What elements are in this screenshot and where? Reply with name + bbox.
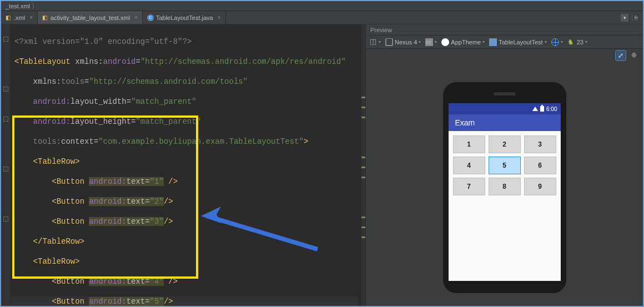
close-icon[interactable]: ×: [134, 14, 138, 21]
theme-icon: [441, 38, 449, 46]
grid-button-5[interactable]: 5: [489, 157, 521, 174]
app-bar: Exam: [449, 114, 561, 131]
preview-toolbar: ◫▾ Nexus 4▾ ▭▾ AppTheme▾ TableLayoutTest…: [366, 36, 643, 49]
button-grid: 1 2 3 4 5 6 7 8 9: [449, 131, 561, 200]
grid-button-9[interactable]: 9: [524, 178, 556, 195]
api-level-selector[interactable]: ♞23▾: [567, 38, 587, 46]
breadcrumb-text: _test.xml 〉: [6, 3, 38, 9]
grid-button-2[interactable]: 2: [489, 135, 521, 153]
status-bar: 6:00: [449, 103, 561, 114]
theme-selector[interactable]: AppTheme▾: [441, 38, 485, 46]
grid-button-6[interactable]: 6: [524, 157, 556, 174]
orientation-icon: ▭: [425, 38, 433, 46]
phone-screen: 6:00 Exam 1 2 3 4 5 6 7 8 9: [449, 103, 561, 281]
marker-bar[interactable]: [361, 24, 365, 306]
locale-selector[interactable]: ▾: [551, 38, 563, 46]
fold-toggle-icon[interactable]: -: [3, 167, 8, 172]
fold-toggle-icon[interactable]: -: [3, 37, 8, 42]
code-editor[interactable]: <?xml version="1.0" encoding="utf-8"?> <…: [11, 24, 361, 306]
phone-frame: 6:00 Exam 1 2 3 4 5 6 7 8 9: [443, 82, 566, 293]
editor-tabs: ◧ .xml × ◧ activity_table_layout_test.xm…: [1, 11, 643, 24]
device-selector[interactable]: Nexus 4▾: [385, 38, 421, 46]
editor-gutter[interactable]: - - - - -: [1, 24, 11, 306]
tab-label: TableLayoutTest.java: [156, 14, 213, 21]
layout-file-selector[interactable]: TableLayoutTest▾: [489, 38, 547, 46]
layout-file-icon: [489, 38, 497, 46]
close-icon[interactable]: ×: [218, 14, 221, 21]
phone-icon: [385, 38, 393, 46]
wifi-icon: [532, 107, 538, 111]
tab-xml-1[interactable]: ◧ .xml ×: [1, 11, 38, 24]
grid-button-4[interactable]: 4: [453, 157, 485, 174]
fold-toggle-icon[interactable]: -: [3, 87, 8, 92]
view-mode-button[interactable]: ◫▾: [369, 38, 381, 46]
grid-button-7[interactable]: 7: [453, 178, 485, 195]
battery-icon: [540, 106, 544, 112]
grid-button-1[interactable]: 1: [453, 135, 485, 153]
orientation-button[interactable]: ▭▾: [425, 38, 437, 46]
grid-button-3[interactable]: 3: [524, 135, 556, 153]
tab-toggle-button[interactable]: ⎘: [632, 14, 640, 22]
close-icon[interactable]: ×: [29, 14, 33, 21]
app-title: Exam: [455, 118, 475, 127]
globe-icon: [551, 38, 559, 46]
fold-toggle-icon[interactable]: -: [3, 117, 8, 122]
tab-options-button[interactable]: ▾: [621, 14, 628, 22]
fold-toggle-icon[interactable]: -: [3, 217, 8, 222]
preview-title[interactable]: Preview: [366, 24, 643, 36]
tab-java[interactable]: C TableLayoutTest.java ×: [143, 11, 226, 24]
device-preview[interactable]: 6:00 Exam 1 2 3 4 5 6 7 8 9: [366, 49, 643, 306]
grid-button-8[interactable]: 8: [489, 178, 521, 195]
tab-label: activity_table_layout_test.xml: [51, 14, 130, 21]
status-time: 6:00: [546, 106, 557, 112]
android-icon: ♞: [567, 38, 575, 46]
tab-xml-2[interactable]: ◧ activity_table_layout_test.xml ×: [38, 11, 143, 24]
xml-icon: ◧: [6, 14, 12, 21]
preview-pane: Preview ◫▾ Nexus 4▾ ▭▾ AppTheme▾ TableLa…: [365, 24, 643, 306]
breadcrumb[interactable]: _test.xml 〉: [1, 1, 643, 11]
editor-pane: - - - - - <?xml version="1.0" encoding="…: [1, 24, 365, 306]
tab-label: .xml: [14, 14, 25, 21]
xml-icon: ◧: [42, 14, 48, 21]
java-icon: C: [147, 14, 154, 21]
